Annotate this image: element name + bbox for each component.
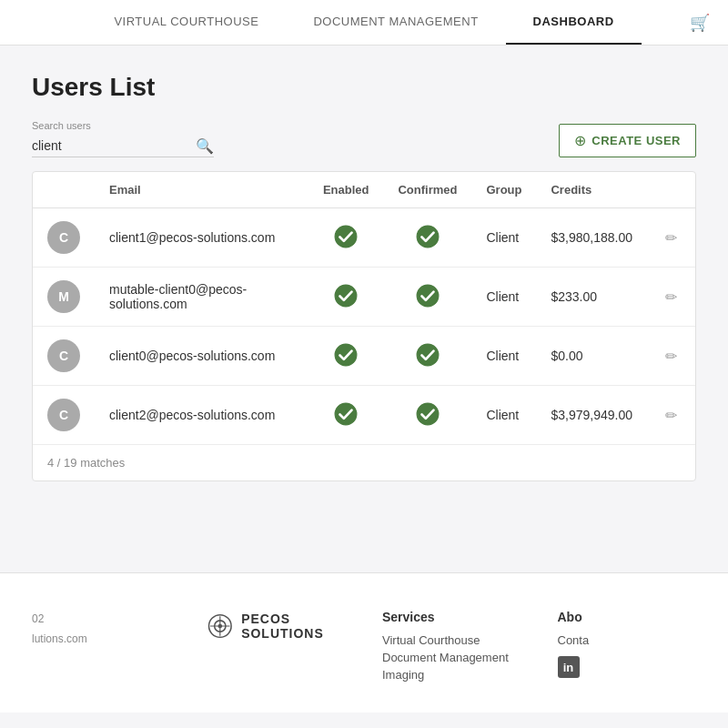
enabled-check-icon	[334, 402, 358, 426]
main-nav: VIRTUAL COURTHOUSE DOCUMENT MANAGEMENT D…	[0, 0, 728, 46]
email-cell: client2@pecos-solutions.com	[95, 386, 308, 445]
avatar: M	[47, 280, 80, 313]
edit-cell: ✏	[647, 386, 695, 445]
confirmed-check-icon	[416, 402, 440, 426]
confirmed-cell	[383, 386, 471, 445]
enabled-check-icon	[334, 284, 358, 308]
footer-services-title: Services	[382, 610, 521, 624]
search-wrapper: 🔍	[32, 135, 214, 157]
footer-contact-line1: 02	[32, 610, 171, 630]
search-group: Search users 🔍	[32, 120, 214, 157]
footer-services: Services Virtual CourthouseDocument Mana…	[382, 610, 521, 685]
avatar: C	[47, 339, 80, 372]
footer-service-item[interactable]: Imaging	[382, 668, 521, 682]
svg-point-2	[335, 285, 357, 307]
nav-item-document-management[interactable]: DOCUMENT MANAGEMENT	[286, 0, 505, 45]
col-enabled: Enabled	[308, 172, 384, 208]
avatar-cell: C	[33, 208, 95, 268]
pecos-logo-icon	[207, 610, 233, 642]
avatar: C	[47, 399, 80, 431]
svg-point-4	[335, 344, 357, 366]
table-row: C client2@pecos-solutions.com Client $3,…	[33, 386, 695, 445]
credits-cell: $233.00	[536, 268, 647, 327]
col-credits: Credits	[536, 172, 647, 208]
main-content: Users List Search users 🔍 ⊕ CREATE USER …	[0, 46, 728, 518]
avatar-cell: M	[33, 268, 95, 327]
avatar-cell: C	[33, 386, 95, 445]
group-cell: Client	[471, 386, 536, 445]
table-footer: 4 / 19 matches	[33, 444, 695, 480]
credits-cell: $0.00	[536, 327, 647, 386]
enabled-cell	[308, 268, 384, 327]
confirmed-cell	[383, 208, 471, 268]
svg-point-5	[417, 344, 439, 366]
col-actions	[647, 172, 695, 208]
confirmed-check-icon	[416, 284, 440, 308]
avatar: C	[47, 221, 80, 254]
nav-item-dashboard[interactable]: DASHBOARD	[506, 0, 642, 45]
site-footer: 02 lutions.com PECOS SOLUTIONS Services …	[0, 572, 728, 713]
enabled-check-icon	[334, 343, 358, 367]
users-table: Email Enabled Confirmed Group Credits C …	[33, 172, 695, 444]
enabled-cell	[308, 208, 384, 268]
credits-cell: $3,980,188.00	[536, 208, 647, 268]
edit-button[interactable]: ✏	[662, 403, 681, 428]
group-cell: Client	[471, 208, 536, 268]
svg-point-10	[217, 624, 222, 629]
edit-cell: ✏	[647, 208, 695, 268]
nav-item-virtual-courthouse[interactable]: VIRTUAL COURTHOUSE	[86, 0, 286, 45]
table-header-row: Email Enabled Confirmed Group Credits	[33, 172, 695, 208]
avatar-cell: C	[33, 327, 95, 386]
page-title: Users List	[32, 73, 696, 102]
search-button[interactable]: 🔍	[196, 137, 214, 155]
search-input[interactable]	[32, 135, 214, 157]
users-table-container: Email Enabled Confirmed Group Credits C …	[32, 171, 696, 481]
confirmed-check-icon	[416, 343, 440, 367]
edit-button[interactable]: ✏	[662, 285, 681, 309]
table-row: M mutable-client0@pecos-solutions.com Cl…	[33, 268, 695, 327]
edit-button[interactable]: ✏	[662, 226, 681, 250]
svg-point-6	[335, 403, 357, 425]
enabled-cell	[308, 386, 384, 445]
col-group: Group	[471, 172, 536, 208]
edit-cell: ✏	[647, 327, 695, 386]
table-row: C client0@pecos-solutions.com Client $0.…	[33, 327, 695, 386]
footer-logo-text: PECOS SOLUTIONS	[241, 612, 346, 641]
group-cell: Client	[471, 268, 536, 327]
svg-point-3	[417, 285, 439, 307]
cart-icon[interactable]: 🛒	[690, 13, 710, 33]
toolbar: Search users 🔍 ⊕ CREATE USER	[32, 120, 696, 157]
edit-cell: ✏	[647, 268, 695, 327]
col-avatar	[33, 172, 95, 208]
confirmed-cell	[383, 327, 471, 386]
footer-about: Abo Conta in	[558, 610, 697, 678]
col-confirmed: Confirmed	[383, 172, 471, 208]
create-user-button[interactable]: ⊕ CREATE USER	[559, 124, 696, 157]
footer-about-title: Abo	[558, 610, 697, 624]
table-row: C client1@pecos-solutions.com Client $3,…	[33, 208, 695, 268]
footer-service-item[interactable]: Virtual Courthouse	[382, 633, 521, 647]
footer-service-item[interactable]: Document Management	[382, 651, 521, 664]
email-cell: mutable-client0@pecos-solutions.com	[95, 268, 308, 327]
enabled-cell	[308, 327, 384, 386]
linkedin-icon[interactable]: in	[558, 656, 580, 678]
footer-contact: 02 lutions.com	[32, 610, 171, 649]
enabled-check-icon	[334, 225, 358, 248]
col-email: Email	[95, 172, 308, 208]
svg-point-7	[417, 403, 439, 425]
svg-point-0	[335, 226, 357, 248]
email-cell: client1@pecos-solutions.com	[95, 208, 308, 268]
confirmed-cell	[383, 268, 471, 327]
email-cell: client0@pecos-solutions.com	[95, 327, 308, 386]
footer-logo: PECOS SOLUTIONS	[207, 610, 347, 642]
search-label: Search users	[32, 120, 214, 131]
plus-icon: ⊕	[574, 132, 587, 149]
create-user-label: CREATE USER	[592, 134, 681, 147]
group-cell: Client	[471, 327, 536, 386]
footer-about-item[interactable]: Conta	[558, 633, 697, 647]
svg-point-1	[417, 226, 439, 248]
confirmed-check-icon	[416, 225, 440, 248]
footer-contact-line2: lutions.com	[32, 630, 171, 650]
edit-button[interactable]: ✏	[662, 344, 681, 369]
credits-cell: $3,979,949.00	[536, 386, 647, 445]
